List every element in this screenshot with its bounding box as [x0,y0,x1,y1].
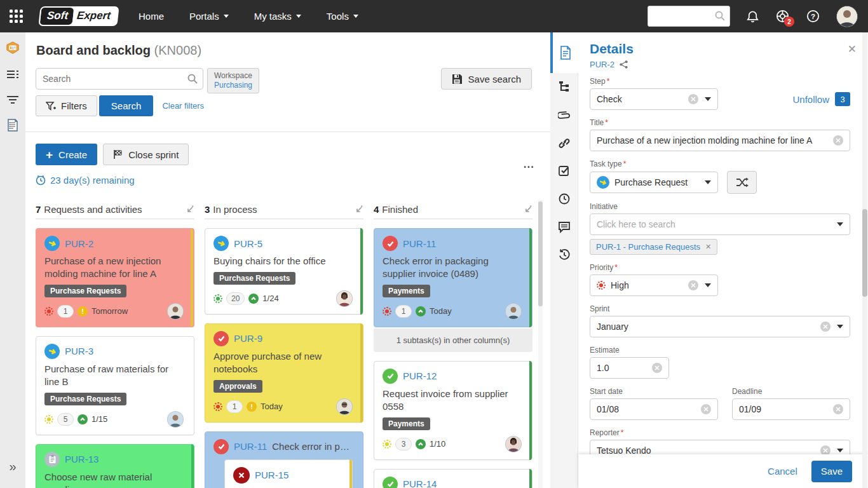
card-pur-14[interactable]: PUR-14 [374,469,532,488]
priority-low-icon [383,440,391,449]
unfollow-link[interactable]: Unfollow [792,94,829,105]
deadline-input[interactable]: 01/09 [732,398,850,420]
chevron-down-icon [296,15,301,18]
clear-icon[interactable] [833,404,843,414]
reporter-label: Reporter* [590,428,850,437]
tab-history[interactable] [550,241,578,269]
sidebar-expand-button[interactable]: » [0,459,25,474]
sprint-select[interactable]: January [590,316,850,337]
tab-time[interactable] [550,185,578,213]
floppy-disk-icon [452,74,463,85]
board-search [36,68,203,90]
tab-attachments[interactable] [550,101,578,129]
softexpert-logo[interactable]: Soft Expert [38,6,119,26]
panel-scrollbar[interactable] [862,32,867,488]
priority-select[interactable]: High [590,274,718,296]
card-pur-11[interactable]: PUR-11 Check error in packaging supplier… [374,228,532,327]
collapse-column-icon[interactable] [524,205,532,214]
clear-icon[interactable] [652,363,662,373]
kanban-board-icon[interactable] [5,41,20,57]
card-pur-2[interactable]: PUR-2 Purchase of a new injection moldin… [36,228,194,327]
card-id-link[interactable]: PUR-11 [234,441,267,452]
followers-badge[interactable]: 3 [835,92,850,106]
clear-icon[interactable] [688,280,698,290]
item-id-link[interactable]: PUR-2 [590,60,614,69]
clear-icon[interactable] [701,404,711,414]
subtask-count: 1 [395,305,412,318]
menu-home[interactable]: Home [139,11,164,22]
tab-hierarchy[interactable] [550,73,578,101]
collapse-column-icon[interactable] [186,205,194,214]
board-search-input[interactable] [36,68,203,90]
card-pur-11-compact[interactable]: PUR-11 Check error in pa... PUR-15 [205,431,363,488]
card-id-link[interactable]: PUR-12 [403,370,437,381]
user-avatar[interactable] [836,6,858,27]
share-icon[interactable] [620,60,628,69]
save-search-button[interactable]: Save search [441,68,532,90]
column-header: 7Requests and activities [36,200,194,219]
card-id-link[interactable]: PUR-2 [65,238,93,249]
card-pur-15[interactable]: PUR-15 [224,459,353,488]
backlog-list-icon[interactable] [5,67,20,82]
form-document-icon[interactable] [5,118,20,133]
card-id-link[interactable]: PUR-15 [255,470,288,480]
menu-tools[interactable]: Tools [327,11,358,22]
create-button[interactable]: + Create [36,144,97,165]
initiative-chip[interactable]: PUR-1 - Purchase Requests ✕ [590,239,717,255]
menu-portals[interactable]: Portals [189,11,229,22]
card-id-link[interactable]: PUR-5 [234,238,262,249]
save-button[interactable]: Save [811,461,852,482]
step-select[interactable]: Check [590,88,718,110]
clear-icon[interactable] [820,322,831,332]
card-id-link[interactable]: PUR-14 [403,478,437,488]
board-scrollbar[interactable] [538,200,543,488]
change-type-button[interactable] [727,171,757,194]
search-button[interactable]: Search [99,95,154,116]
initiative-select[interactable]: Click here to search [590,214,850,235]
start-date-input[interactable]: 01/08 [590,398,718,420]
support-button[interactable]: 2 [775,9,790,24]
card-pur-3[interactable]: PUR-3 Purchase of raw materials for line… [36,336,194,435]
card-tag: Purchase Requests [44,285,126,297]
sprint-filter-icon[interactable] [5,92,20,107]
close-sprint-button[interactable]: Close sprint [103,144,189,165]
close-icon[interactable]: ✕ [848,43,857,56]
clear-filters-link[interactable]: Clear filters [162,101,204,111]
clear-icon[interactable] [688,94,698,104]
title-input[interactable]: Purchase of a new injection molding mach… [590,130,850,151]
help-button[interactable]: ? [806,9,820,24]
collapse-column-icon[interactable] [355,205,363,214]
card-pur-12[interactable]: PUR-12 Request invoice from supplier 055… [374,361,532,460]
card-pur-5[interactable]: PUR-5 Buying chairs for the office Purch… [205,228,363,315]
card-id-link[interactable]: PUR-3 [65,346,93,356]
menu-my-tasks[interactable]: My tasks [254,11,301,22]
tab-comments[interactable] [550,213,578,241]
global-search [648,6,730,27]
estimate-input[interactable]: 1.0 [590,357,669,379]
subtask-footer[interactable]: 1 subtask(s) in other column(s) [374,329,532,352]
apps-grid-icon[interactable] [10,10,24,24]
card-pur-13[interactable]: PUR-13 Choose new raw material supplier [36,444,194,488]
notifications-button[interactable] [746,10,759,24]
chip-remove-icon[interactable]: ✕ [705,243,711,251]
cancel-button[interactable]: Cancel [768,466,797,477]
card-id-link[interactable]: PUR-11 [403,238,436,249]
card-id-link[interactable]: PUR-9 [234,333,262,344]
tab-details[interactable] [550,32,579,73]
board-more-options[interactable]: ... [524,158,534,171]
card-pur-9[interactable]: PUR-9 Approve purchase of new notebooks … [205,323,363,423]
filters-button[interactable]: Filters [36,95,97,116]
tab-relationships[interactable] [550,129,578,157]
subtask-count: 20 [226,292,245,305]
step-label: Step* [590,77,850,86]
finished-check-icon [383,369,398,384]
left-sidebar: » [0,32,25,488]
clock-icon [558,193,571,205]
task-type-select[interactable]: Purchase Request [590,172,718,193]
workspace-button[interactable]: Workspace Purchasing [207,68,259,93]
card-id-link[interactable]: PUR-13 [65,454,98,464]
clear-icon[interactable] [833,135,843,146]
tab-checklist[interactable] [550,157,578,185]
priority-high-icon [383,307,391,316]
bell-icon [746,10,759,24]
